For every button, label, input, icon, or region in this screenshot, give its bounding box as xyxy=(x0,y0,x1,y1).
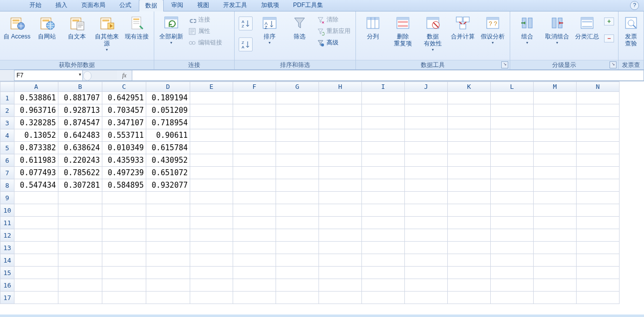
cell-M4[interactable] xyxy=(534,129,577,142)
cell-F8[interactable] xyxy=(233,179,276,192)
cell-E5[interactable] xyxy=(190,142,233,154)
cell-H16[interactable] xyxy=(319,279,362,292)
row-header-10[interactable]: 10 xyxy=(0,204,14,217)
cell-J13[interactable] xyxy=(405,242,448,254)
cell-J5[interactable] xyxy=(405,142,448,154)
cell-A10[interactable] xyxy=(14,204,58,217)
cell-H7[interactable] xyxy=(319,167,362,179)
cell-A13[interactable] xyxy=(14,242,58,254)
filter-advanced-button[interactable]: 高级 xyxy=(317,38,350,47)
cell-E3[interactable] xyxy=(190,117,233,129)
cell-C8[interactable]: 0.584895 xyxy=(102,179,146,192)
cell-G5[interactable] xyxy=(276,142,319,154)
chevron-down-icon[interactable]: ▾ xyxy=(79,72,81,77)
cell-L6[interactable] xyxy=(491,154,534,167)
cell-D9[interactable] xyxy=(146,192,190,204)
cell-I11[interactable] xyxy=(362,217,405,229)
cell-N16[interactable] xyxy=(577,279,620,292)
tab-公式[interactable]: 公式 xyxy=(113,0,138,11)
cell-J15[interactable] xyxy=(405,267,448,279)
cell-E15[interactable] xyxy=(190,267,233,279)
cell-L17[interactable] xyxy=(491,292,534,304)
cell-A3[interactable]: 0.328285 xyxy=(14,117,58,129)
cell-H9[interactable] xyxy=(319,192,362,204)
cell-C13[interactable] xyxy=(102,242,146,254)
cell-F12[interactable] xyxy=(233,229,276,242)
cell-I8[interactable] xyxy=(362,179,405,192)
cell-B1[interactable]: 0.881707 xyxy=(58,92,102,104)
from-text-button[interactable]: 自文本 xyxy=(62,13,92,40)
cell-E4[interactable] xyxy=(190,129,233,142)
cell-I13[interactable] xyxy=(362,242,405,254)
cell-C5[interactable]: 0.010349 xyxy=(102,142,146,154)
cell-D6[interactable]: 0.430952 xyxy=(146,154,190,167)
cell-E14[interactable] xyxy=(190,254,233,267)
cell-F16[interactable] xyxy=(233,279,276,292)
from-web-button[interactable]: 自网站 xyxy=(32,13,62,40)
column-header-J[interactable]: J xyxy=(405,82,448,92)
column-header-N[interactable]: N xyxy=(577,82,620,92)
cell-F15[interactable] xyxy=(233,267,276,279)
cell-E17[interactable] xyxy=(190,292,233,304)
row-header-3[interactable]: 3 xyxy=(0,117,14,129)
row-header-9[interactable]: 9 xyxy=(0,192,14,204)
cell-H15[interactable] xyxy=(319,267,362,279)
cell-K3[interactable] xyxy=(448,117,491,129)
cell-F4[interactable] xyxy=(233,129,276,142)
cell-M2[interactable] xyxy=(534,104,577,117)
row-header-4[interactable]: 4 xyxy=(0,129,14,142)
cell-N6[interactable] xyxy=(577,154,620,167)
cell-K6[interactable] xyxy=(448,154,491,167)
cell-J14[interactable] xyxy=(405,254,448,267)
cell-F13[interactable] xyxy=(233,242,276,254)
cell-M3[interactable] xyxy=(534,117,577,129)
cell-D2[interactable]: 0.051209 xyxy=(146,104,190,117)
cell-K13[interactable] xyxy=(448,242,491,254)
hide-detail-icon[interactable]: − xyxy=(604,34,614,42)
column-header-C[interactable]: C xyxy=(102,82,146,92)
cell-N14[interactable] xyxy=(577,254,620,267)
cell-M8[interactable] xyxy=(534,179,577,192)
refresh-all-button[interactable]: 全部刷新 ▾ xyxy=(156,13,186,45)
cell-A17[interactable] xyxy=(14,292,58,304)
cell-E1[interactable] xyxy=(190,92,233,104)
cell-G11[interactable] xyxy=(276,217,319,229)
cell-C7[interactable]: 0.497239 xyxy=(102,167,146,179)
cell-H2[interactable] xyxy=(319,104,362,117)
cell-C3[interactable]: 0.347107 xyxy=(102,117,146,129)
cell-G4[interactable] xyxy=(276,129,319,142)
from-access-button[interactable]: 自 Access xyxy=(2,13,32,40)
cell-K15[interactable] xyxy=(448,267,491,279)
cell-N2[interactable] xyxy=(577,104,620,117)
cell-L9[interactable] xyxy=(491,192,534,204)
cell-D7[interactable]: 0.651072 xyxy=(146,167,190,179)
cell-B6[interactable]: 0.220243 xyxy=(58,154,102,167)
cell-C2[interactable]: 0.703457 xyxy=(102,104,146,117)
cell-J17[interactable] xyxy=(405,292,448,304)
cell-L12[interactable] xyxy=(491,229,534,242)
cell-L11[interactable] xyxy=(491,217,534,229)
cell-A16[interactable] xyxy=(14,279,58,292)
cell-K14[interactable] xyxy=(448,254,491,267)
cell-A15[interactable] xyxy=(14,267,58,279)
cell-N3[interactable] xyxy=(577,117,620,129)
tab-页面布局[interactable]: 页面布局 xyxy=(75,0,112,11)
cell-B13[interactable] xyxy=(58,242,102,254)
tab-开始[interactable]: 开始 xyxy=(23,0,48,11)
cell-N7[interactable] xyxy=(577,167,620,179)
formula-input[interactable] xyxy=(132,70,644,81)
cell-L3[interactable] xyxy=(491,117,534,129)
cell-M13[interactable] xyxy=(534,242,577,254)
cell-L15[interactable] xyxy=(491,267,534,279)
cell-N10[interactable] xyxy=(577,204,620,217)
cell-J11[interactable] xyxy=(405,217,448,229)
cell-H3[interactable] xyxy=(319,117,362,129)
cell-J7[interactable] xyxy=(405,167,448,179)
column-header-G[interactable]: G xyxy=(276,82,319,92)
column-header-H[interactable]: H xyxy=(319,82,362,92)
cell-G9[interactable] xyxy=(276,192,319,204)
cell-F1[interactable] xyxy=(233,92,276,104)
cell-A5[interactable]: 0.873382 xyxy=(14,142,58,154)
conn-connections-button[interactable]: 连接 xyxy=(188,15,222,24)
cell-E2[interactable] xyxy=(190,104,233,117)
